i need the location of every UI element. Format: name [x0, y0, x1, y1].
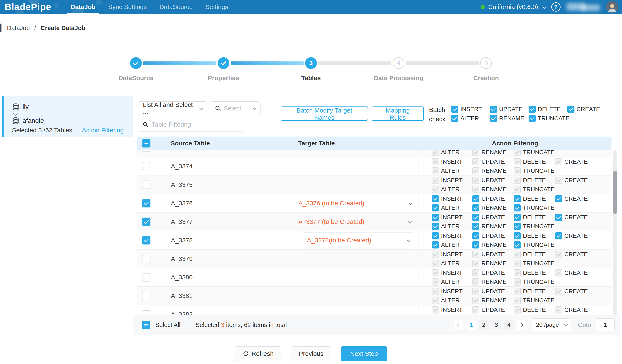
row-select-checkbox[interactable]	[142, 255, 151, 263]
next-step-button[interactable]: Next Step	[341, 346, 387, 361]
table-row[interactable]: A_3374 INSERTUPDATEDELETECREATEALTERRENA…	[136, 157, 611, 175]
page-button-4[interactable]: 4	[504, 320, 514, 330]
table-row[interactable]: INSERTUPDATEDELETECREATEALTERRENAMETRUNC…	[136, 150, 611, 157]
row-select-checkbox[interactable]	[142, 236, 151, 245]
table-row[interactable]: A_3380 INSERTUPDATEDELETECREATEALTERRENA…	[136, 268, 611, 287]
refresh-button[interactable]: Refresh	[235, 346, 281, 361]
checkbox-checked-icon[interactable]	[514, 241, 521, 249]
table-row[interactable]: A_3379 INSERTUPDATEDELETECREATEALTERRENA…	[136, 249, 611, 268]
action-toggle-truncate[interactable]: TRUNCATE	[514, 241, 555, 249]
checkbox-checked-icon[interactable]	[514, 232, 521, 239]
action-toggle-update[interactable]: UPDATE	[472, 195, 514, 202]
action-toggle-alter[interactable]: ALTER	[432, 241, 472, 249]
checkbox-checked-icon[interactable]	[432, 223, 439, 230]
avatar[interactable]	[606, 1, 618, 13]
action-toggle-alter[interactable]: ALTER	[432, 223, 472, 230]
action-toggle-truncate[interactable]: TRUNCATE	[514, 223, 555, 230]
action-toggle-delete[interactable]: DELETE	[514, 214, 555, 221]
action-toggle-alter[interactable]: ALTER	[432, 204, 472, 211]
batch-toggle-rename[interactable]: RENAME	[490, 115, 528, 122]
checkbox-checked-icon[interactable]	[432, 241, 439, 249]
row-select-checkbox[interactable]	[142, 273, 151, 282]
action-toggle-rename[interactable]: RENAME	[472, 223, 514, 230]
checkbox-checked-icon[interactable]	[472, 195, 479, 202]
batch-toggle-truncate[interactable]: TRUNCATE	[528, 115, 567, 122]
target-table-select[interactable]: A_3377 (to be Created)	[290, 218, 419, 225]
row-select-checkbox[interactable]	[142, 218, 151, 226]
action-toggle-delete[interactable]: DELETE	[514, 195, 555, 202]
action-filtering-link[interactable]: Action Filtering	[82, 127, 123, 134]
action-toggle-truncate[interactable]: TRUNCATE	[514, 204, 555, 211]
table-row[interactable]: A_3381 INSERTUPDATEDELETECREATEALTERRENA…	[136, 287, 611, 305]
checkbox-checked-icon[interactable]	[432, 214, 439, 221]
page-button-2[interactable]: 2	[479, 320, 489, 330]
action-toggle-create[interactable]: CREATE	[555, 214, 611, 221]
table-pick-select[interactable]: Select	[210, 101, 260, 115]
action-toggle-create[interactable]: CREATE	[555, 195, 611, 202]
batch-toggle-alter[interactable]: ALTER	[451, 115, 490, 122]
nav-tab-datasource[interactable]: DataSource	[153, 0, 199, 14]
row-select-checkbox[interactable]	[142, 162, 151, 171]
checkbox-checked-icon[interactable]	[432, 204, 439, 211]
table-row[interactable]: A_3378 A_3378(to be Created) INSERTUPDAT…	[136, 231, 611, 249]
checkbox-checked-icon[interactable]	[555, 195, 562, 202]
batch-toggle-insert[interactable]: INSERT	[451, 106, 490, 113]
checkbox-checked-icon[interactable]	[555, 232, 562, 239]
checkbox-checked-icon[interactable]	[472, 232, 479, 239]
target-table-select[interactable]: A_3376 (to be Created)	[290, 200, 419, 207]
checkbox-checked-icon[interactable]	[514, 214, 521, 221]
table-row[interactable]: A_3375 INSERTUPDATEDELETECREATEALTERRENA…	[136, 175, 611, 194]
page-size-select[interactable]: 20 /page	[532, 318, 571, 331]
action-toggle-update[interactable]: UPDATE	[472, 232, 514, 239]
action-toggle-update[interactable]: UPDATE	[472, 214, 514, 221]
checkbox-checked-icon[interactable]	[514, 223, 521, 230]
nav-tab-sync-settings[interactable]: Sync Settings	[102, 0, 153, 14]
breadcrumb-root[interactable]: DataJob	[7, 25, 30, 32]
table-row[interactable]: A_3376 A_3376 (to be Created) INSERTUPDA…	[136, 194, 611, 212]
mapping-rules-button[interactable]: Mapping Rules	[372, 106, 424, 121]
table-filter-field[interactable]	[138, 118, 244, 132]
batch-modify-target-names-button[interactable]: Batch Modify Target Names	[281, 106, 368, 121]
nav-tab-datajob[interactable]: DataJob	[64, 0, 102, 14]
checkbox-checked-icon[interactable]	[472, 223, 479, 230]
checkbox-checked-icon[interactable]	[555, 214, 562, 221]
checkbox-checked-icon[interactable]	[472, 214, 479, 221]
list-mode-select[interactable]: List All and Select ...	[138, 101, 207, 115]
target-table-select[interactable]: A_3378(to be Created)	[302, 232, 414, 248]
select-all-label[interactable]: Select All	[155, 322, 180, 328]
action-toggle-delete[interactable]: DELETE	[514, 232, 555, 239]
action-toggle-insert[interactable]: INSERT	[432, 214, 472, 221]
checkbox-checked-icon[interactable]	[432, 195, 439, 202]
action-toggle-insert[interactable]: INSERT	[432, 195, 472, 202]
db-pair-item[interactable]: lly afanqie Selected 3 /62 Tables Action…	[2, 96, 133, 137]
help-icon[interactable]: ?	[551, 2, 561, 12]
batch-toggle-delete[interactable]: DELETE	[528, 106, 567, 113]
page-button-3[interactable]: 3	[491, 320, 501, 330]
checkbox-checked-icon[interactable]	[514, 195, 521, 202]
batch-toggle-update[interactable]: UPDATE	[490, 106, 528, 113]
action-toggle-rename[interactable]: RENAME	[472, 241, 514, 249]
vertical-scrollbar-thumb[interactable]	[613, 171, 617, 214]
previous-button[interactable]: Previous	[291, 346, 331, 361]
checkbox-checked-icon[interactable]	[472, 204, 479, 211]
table-row[interactable]: A_3377 A_3377 (to be Created) INSERTUPDA…	[136, 212, 611, 231]
prev-page-button[interactable]	[454, 320, 463, 330]
row-select-checkbox[interactable]	[142, 292, 151, 300]
row-select-checkbox[interactable]	[142, 150, 151, 152]
table-filter-input[interactable]	[152, 121, 240, 128]
action-toggle-create[interactable]: CREATE	[555, 232, 611, 239]
row-select-checkbox[interactable]	[142, 181, 151, 189]
goto-page-input[interactable]	[596, 318, 615, 331]
checkbox-checked-icon[interactable]	[514, 204, 521, 211]
row-select-checkbox[interactable]	[142, 199, 151, 208]
vertical-scrollbar-track[interactable]	[613, 150, 617, 315]
region-selector[interactable]: California (v0.6.0)	[481, 3, 545, 11]
checkbox-checked-icon[interactable]	[432, 232, 439, 239]
nav-tab-settings[interactable]: Settings	[199, 0, 234, 14]
page-button-1[interactable]: 1	[466, 320, 476, 330]
action-toggle-rename[interactable]: RENAME	[472, 204, 514, 211]
next-page-button[interactable]	[517, 320, 526, 330]
footer-select-all-checkbox-indeterminate[interactable]	[142, 321, 150, 329]
batch-toggle-create[interactable]: CREATE	[567, 106, 600, 113]
select-all-checkbox-indeterminate[interactable]	[142, 139, 151, 148]
